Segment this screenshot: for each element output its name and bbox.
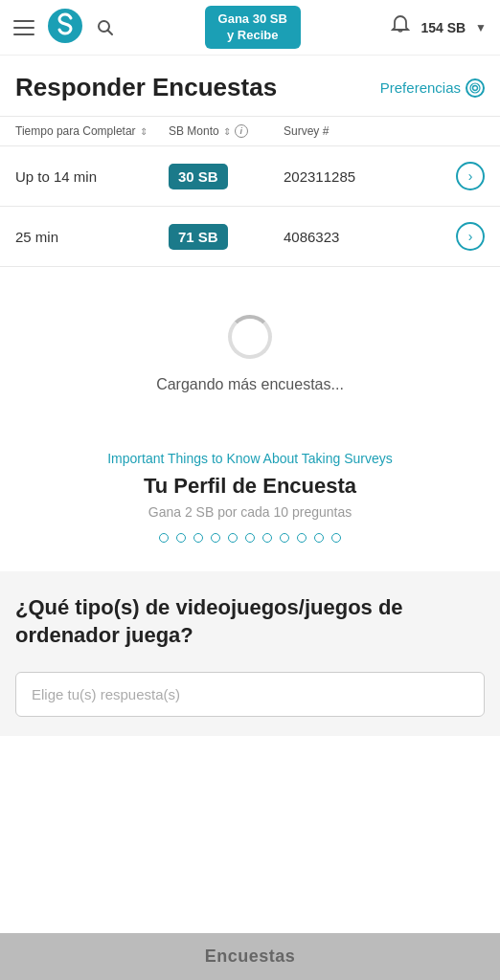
question-text: ¿Qué tipo(s) de videojuegos/juegos de or… xyxy=(15,594,485,649)
col-time-header[interactable]: Tiempo para Completar ⇕ xyxy=(15,124,169,138)
question-section: ¿Qué tipo(s) de videojuegos/juegos de or… xyxy=(0,571,500,736)
promo-line1: Gana 30 SB xyxy=(218,11,287,26)
svg-line-2 xyxy=(108,30,113,34)
sort-sb-icon[interactable]: ⇕ xyxy=(223,126,231,137)
header-right: 154 SB ▼ xyxy=(390,14,487,40)
survey-num-cell: 202311285 › xyxy=(284,162,485,190)
progress-dot[interactable] xyxy=(297,533,307,543)
important-link[interactable]: Important Things to Know About Taking Su… xyxy=(15,451,485,466)
progress-dot[interactable] xyxy=(331,533,341,543)
survey-num-cell: 4086323 › xyxy=(284,222,485,251)
progress-dot[interactable] xyxy=(176,533,186,543)
progress-dot[interactable] xyxy=(280,533,289,543)
page-title-bar: Responder Encuestas Preferencias xyxy=(0,56,500,116)
survey-row: 25 min 71 SB 4086323 › xyxy=(0,207,500,267)
promo-badge[interactable]: Gana 30 SB y Recibe xyxy=(205,6,301,50)
survey-number: 4086323 xyxy=(284,229,339,245)
header-left xyxy=(13,9,115,47)
svg-point-3 xyxy=(473,85,478,90)
survey-time: 25 min xyxy=(15,229,169,245)
survey-time-value: Up to 14 min xyxy=(15,168,97,185)
preferences-icon xyxy=(466,78,485,98)
progress-dot[interactable] xyxy=(193,533,203,543)
app-logo xyxy=(48,9,82,47)
loading-section: Cargando más encuestas... xyxy=(0,267,500,432)
account-dropdown-chevron[interactable]: ▼ xyxy=(475,21,487,34)
loading-spinner xyxy=(228,315,272,359)
bottom-tab-label[interactable]: Encuestas xyxy=(205,947,296,966)
preferences-link[interactable]: Preferencias xyxy=(380,78,485,98)
progress-dot[interactable] xyxy=(211,533,220,543)
notification-bell-icon[interactable] xyxy=(390,14,411,40)
progress-dot[interactable] xyxy=(159,533,169,543)
profile-title: Tu Perfil de Encuesta xyxy=(15,474,485,499)
survey-row: Up to 14 min 30 SB 202311285 › xyxy=(0,146,500,207)
col-survey-header: Survey # xyxy=(284,124,485,138)
svg-point-4 xyxy=(470,83,480,93)
sb-amount: 154 SB xyxy=(420,20,466,35)
sort-time-icon[interactable]: ⇕ xyxy=(140,126,148,137)
col-sb-header[interactable]: SB Monto ⇕ i xyxy=(169,124,284,138)
loading-text: Cargando más encuestas... xyxy=(156,376,344,393)
survey-sb: 30 SB xyxy=(169,164,284,189)
survey-time-value: 25 min xyxy=(15,229,58,245)
header-center: Gana 30 SB y Recibe xyxy=(115,6,390,50)
app-header: Gana 30 SB y Recibe 154 SB ▼ xyxy=(0,0,500,56)
bottom-tab-bar: Encuestas xyxy=(0,933,500,980)
survey-go-button[interactable]: › xyxy=(456,162,485,190)
survey-number: 202311285 xyxy=(284,168,355,185)
profile-subtitle: Gana 2 SB por cada 10 preguntas xyxy=(15,504,485,520)
page-title: Responder Encuestas xyxy=(15,73,277,102)
preferences-label: Preferencias xyxy=(380,79,461,96)
info-section: Important Things to Know About Taking Su… xyxy=(0,432,500,571)
sb-badge: 30 SB xyxy=(169,164,228,189)
progress-dot[interactable] xyxy=(314,533,324,543)
sb-info-icon[interactable]: i xyxy=(235,124,248,138)
progress-dot[interactable] xyxy=(228,533,238,543)
answer-select-wrapper: Elige tu(s) respuesta(s) xyxy=(15,672,485,717)
hamburger-menu-button[interactable] xyxy=(13,20,34,35)
table-header: Tiempo para Completar ⇕ SB Monto ⇕ i Sur… xyxy=(0,116,500,146)
progress-dot[interactable] xyxy=(262,533,272,543)
survey-sb: 71 SB xyxy=(169,224,284,250)
promo-line2: y Recibe xyxy=(227,28,278,42)
survey-go-button[interactable]: › xyxy=(456,222,485,251)
sb-badge: 71 SB xyxy=(169,224,228,250)
survey-time: Up to 14 min xyxy=(15,168,169,185)
answer-select[interactable]: Elige tu(s) respuesta(s) xyxy=(15,672,485,717)
search-icon[interactable] xyxy=(96,18,115,37)
progress-dots xyxy=(15,533,485,543)
progress-dot[interactable] xyxy=(245,533,255,543)
